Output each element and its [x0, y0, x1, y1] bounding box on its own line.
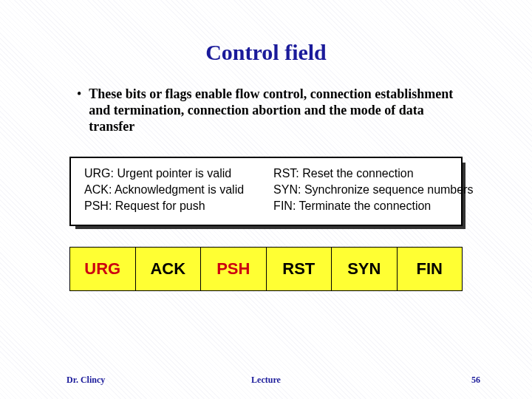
footer-page: 56: [471, 375, 480, 386]
footer-author: Dr. Clincy: [66, 375, 105, 386]
slide-title: Control field: [30, 40, 502, 65]
definition-line: PSH: Request for push: [84, 198, 244, 214]
footer: Dr. Clincy Lecture 56: [0, 375, 532, 386]
footer-center: Lecture: [251, 375, 281, 386]
flag-cell-urg: URG: [70, 248, 135, 290]
bullet-item: • These bits or flags enable flow contro…: [77, 86, 473, 134]
definition-line: ACK: Acknowledgment is valid: [84, 182, 244, 198]
flag-cell-rst: RST: [266, 248, 332, 290]
bullet-dot-icon: •: [77, 86, 81, 102]
definition-line: URG: Urgent pointer is valid: [84, 166, 244, 182]
flag-cell-psh: PSH: [200, 248, 266, 290]
definition-line: FIN: Terminate the connection: [273, 198, 473, 214]
bullet-text: These bits or flags enable flow control,…: [89, 86, 473, 134]
slide: Control field • These bits or flags enab…: [0, 0, 532, 399]
definition-line: RST: Reset the connection: [273, 166, 473, 182]
flags-row: URG ACK PSH RST SYN FIN: [69, 247, 463, 291]
flag-cell-syn: SYN: [331, 248, 397, 290]
definitions-box: URG: Urgent pointer is valid ACK: Acknow…: [69, 157, 463, 226]
definitions-content: URG: Urgent pointer is valid ACK: Acknow…: [69, 157, 463, 226]
definitions-right-column: RST: Reset the connection SYN: Synchroni…: [273, 166, 473, 214]
definition-line: SYN: Synchronize sequence numbers: [273, 182, 473, 198]
definitions-left-column: URG: Urgent pointer is valid ACK: Acknow…: [84, 166, 244, 214]
flag-cell-ack: ACK: [135, 248, 201, 290]
flag-cell-fin: FIN: [397, 248, 463, 290]
